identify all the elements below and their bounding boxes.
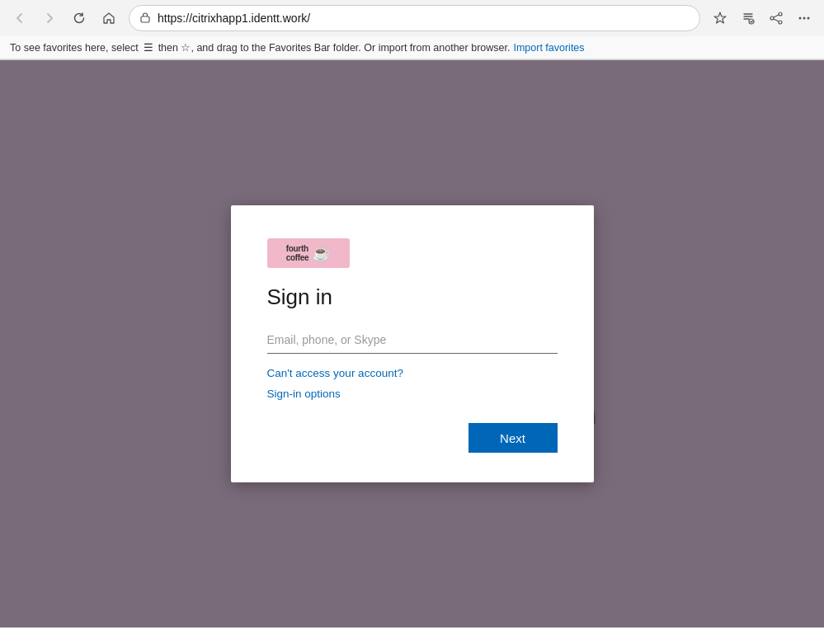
home-button[interactable] xyxy=(96,5,122,31)
coffee-cup-icon: ☕ xyxy=(312,244,330,262)
brand-logo: fourthcoffee ☕ xyxy=(267,238,350,268)
signin-dialog: fourthcoffee ☕ Sign in Can't access your… xyxy=(231,205,594,482)
more-button[interactable] xyxy=(791,5,817,31)
svg-point-5 xyxy=(799,17,802,20)
svg-point-4 xyxy=(779,21,782,24)
dialog-footer: Next xyxy=(267,423,558,453)
favorites-text2: then ☆, and drag to the Favorites Bar fo… xyxy=(158,41,511,54)
svg-point-7 xyxy=(808,17,810,20)
browser-toolbar xyxy=(0,0,824,36)
svg-rect-0 xyxy=(141,16,149,22)
svg-point-3 xyxy=(770,16,774,20)
signin-title: Sign in xyxy=(267,284,558,310)
address-bar[interactable] xyxy=(129,5,700,31)
brand-logo-text: fourthcoffee xyxy=(286,244,309,262)
cant-access-link[interactable]: Can't access your account? xyxy=(267,367,558,379)
forward-button[interactable] xyxy=(36,5,63,31)
favorites-icon: ☰ xyxy=(144,41,153,54)
favorites-bar: To see favorites here, select ☰ then ☆, … xyxy=(0,36,824,59)
browser-chrome: To see favorites here, select ☰ then ☆, … xyxy=(0,0,824,60)
email-input[interactable] xyxy=(267,327,558,354)
favorites-text: To see favorites here, select xyxy=(10,42,139,54)
toolbar-icons xyxy=(707,5,817,31)
page-background: fourth coffee fourthcoffee ☕ Sign in Can… xyxy=(0,60,824,628)
signin-options-link[interactable]: Sign-in options xyxy=(267,388,558,400)
refresh-button[interactable] xyxy=(66,5,92,31)
import-favorites-link[interactable]: Import favorites xyxy=(513,42,584,54)
back-button[interactable] xyxy=(7,5,33,31)
svg-point-1 xyxy=(749,19,754,24)
lock-icon xyxy=(139,12,151,26)
svg-point-6 xyxy=(803,17,806,20)
next-button[interactable]: Next xyxy=(469,423,558,453)
svg-point-2 xyxy=(779,12,782,16)
url-input[interactable] xyxy=(158,12,690,25)
favorites-star-button[interactable] xyxy=(707,5,733,31)
share-button[interactable] xyxy=(763,5,789,31)
reading-list-button[interactable] xyxy=(735,5,761,31)
